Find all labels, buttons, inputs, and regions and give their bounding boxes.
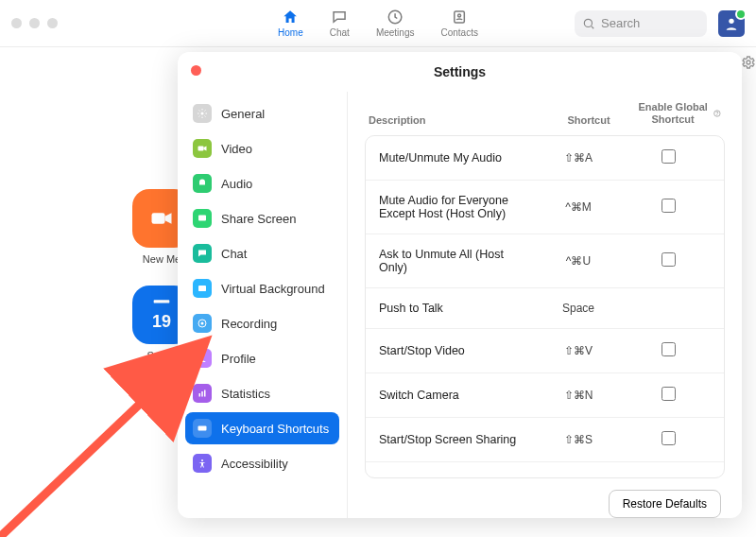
sidebar-item-vbg[interactable]: Virtual Background: [185, 272, 339, 304]
sidebar-item-label: Share Screen: [221, 212, 297, 226]
svg-rect-19: [198, 426, 207, 431]
svg-rect-17: [201, 391, 203, 397]
shortcut-description: Start/Stop Video: [379, 344, 531, 357]
sidebar-item-label: Chat: [221, 247, 247, 261]
nav-label: Contacts: [440, 27, 477, 38]
shortcut-row: Start/Stop Screen Sharing⇧⌘S: [366, 418, 724, 462]
shortcut-row: Start/Stop Video⇧⌘V: [366, 329, 724, 373]
sidebar-item-label: General: [221, 107, 265, 121]
svg-rect-18: [204, 390, 206, 397]
shortcut-enable-cell: [626, 252, 711, 269]
sidebar-item-recording[interactable]: Recording: [185, 307, 339, 339]
shortcut-keys[interactable]: ⇧⌘S: [531, 433, 626, 446]
search-icon: [582, 17, 595, 30]
svg-point-14: [201, 322, 204, 325]
svg-rect-9: [198, 147, 204, 151]
sidebar-item-shortcuts[interactable]: Keyboard Shortcuts: [185, 412, 339, 444]
settings-content: Description Shortcut Enable Global Short…: [348, 92, 742, 518]
shortcut-enable-cell: [626, 342, 711, 359]
sidebar-item-video[interactable]: Video: [185, 132, 339, 165]
avatar[interactable]: [718, 10, 745, 37]
shortcuts-icon: [193, 419, 212, 438]
shortcut-keys[interactable]: Space: [531, 302, 626, 315]
svg-rect-21: [201, 427, 202, 428]
search-input[interactable]: Search: [575, 10, 707, 37]
sidebar-item-label: Accessibility: [221, 457, 288, 471]
global-shortcut-checkbox[interactable]: [662, 431, 676, 445]
shortcut-keys[interactable]: ⇧⌘N: [531, 389, 626, 402]
shortcut-keys[interactable]: ⇧⌘V: [531, 344, 626, 357]
nav-tabs: Home Chat Meetings Contacts: [278, 9, 478, 38]
sidebar-item-label: Profile: [221, 352, 256, 366]
global-shortcut-checkbox[interactable]: [662, 342, 676, 356]
modal-header: Settings: [178, 52, 742, 92]
svg-line-28: [0, 353, 194, 537]
global-shortcut-checkbox[interactable]: [662, 149, 676, 164]
col-shortcut: Shortcut: [541, 114, 636, 126]
general-icon: [193, 104, 212, 123]
shortcut-description: Mute/Unmute My Audio: [379, 151, 531, 165]
sidebar-item-audio[interactable]: Audio: [185, 167, 339, 199]
svg-point-12: [200, 287, 202, 289]
restore-defaults-button[interactable]: Restore Defaults: [609, 490, 721, 518]
column-headers: Description Shortcut Enable Global Short…: [365, 92, 725, 135]
nav-home[interactable]: Home: [278, 9, 303, 38]
shortcut-keys[interactable]: ^⌘U: [531, 254, 626, 268]
help-icon[interactable]: [713, 108, 721, 119]
shortcut-description: Ask to Unmute All (Host Only): [379, 248, 531, 274]
shortcut-row: Pause/Resume Screen Sharing⇧⌘T: [366, 462, 724, 478]
sidebar-item-access[interactable]: Accessibility: [185, 447, 339, 479]
shortcut-row: Mute Audio for Everyone Except Host (Hos…: [366, 181, 724, 234]
traffic-dot[interactable]: [29, 18, 40, 28]
window-traffic-lights[interactable]: [11, 18, 58, 28]
shortcut-list[interactable]: Mute/Unmute My Audio⇧⌘AMute Audio for Ev…: [365, 135, 725, 478]
global-shortcut-checkbox[interactable]: [662, 252, 676, 267]
sidebar-item-profile[interactable]: Profile: [185, 342, 339, 374]
shortcut-description: Push to Talk: [379, 302, 531, 315]
shortcut-enable-cell: [626, 199, 711, 216]
shortcut-keys[interactable]: ⇧⌘A: [531, 151, 626, 165]
topbar: Home Chat Meetings Contacts Search: [0, 0, 756, 47]
svg-point-15: [201, 355, 204, 358]
nav-meetings[interactable]: Meetings: [376, 9, 415, 38]
svg-rect-6: [154, 300, 170, 303]
sidebar-item-stats[interactable]: Statistics: [185, 377, 339, 409]
nav-contacts[interactable]: Contacts: [440, 9, 477, 38]
avatar-icon: [724, 16, 739, 31]
nav-label: Home: [278, 27, 303, 38]
shortcut-description: Switch Camera: [379, 389, 531, 402]
gear-icon[interactable]: [741, 55, 756, 73]
global-shortcut-checkbox[interactable]: [662, 387, 676, 401]
shortcut-row: Ask to Unmute All (Host Only)^⌘U: [366, 234, 724, 288]
shortcut-enable-cell: [626, 149, 711, 166]
shortcut-enable-cell: [626, 431, 711, 448]
sidebar-item-chat[interactable]: Chat: [185, 237, 339, 269]
traffic-dot[interactable]: [11, 18, 22, 28]
shortcut-keys[interactable]: ^⌘M: [531, 200, 626, 214]
settings-modal: Settings GeneralVideoAudioShare ScreenCh…: [178, 52, 742, 518]
shortcut-row: Push to TalkSpace: [366, 288, 724, 329]
nav-chat[interactable]: Chat: [330, 9, 350, 38]
svg-rect-5: [152, 213, 165, 224]
sidebar-item-label: Audio: [221, 177, 252, 191]
video-icon: [193, 139, 212, 158]
sidebar-item-label: Keyboard Shortcuts: [221, 422, 329, 436]
svg-rect-22: [202, 427, 203, 428]
shortcut-row: Mute/Unmute My Audio⇧⌘A: [366, 136, 724, 181]
svg-point-4: [729, 18, 733, 23]
svg-point-2: [458, 14, 461, 17]
svg-rect-16: [199, 393, 201, 397]
close-icon[interactable]: [191, 65, 201, 76]
shortcut-enable-cell: [626, 387, 711, 404]
sidebar-item-general[interactable]: General: [185, 97, 339, 130]
global-shortcut-checkbox[interactable]: [662, 199, 676, 213]
calendar-day: 19: [152, 312, 171, 332]
traffic-dot[interactable]: [47, 18, 58, 28]
sidebar-item-label: Virtual Background: [221, 282, 325, 296]
video-icon: [148, 205, 175, 232]
contacts-icon: [451, 9, 468, 26]
svg-point-7: [747, 61, 750, 64]
calendar-icon: [152, 299, 171, 312]
sidebar-item-share[interactable]: Share Screen: [185, 202, 339, 234]
chat-icon: [193, 244, 212, 263]
